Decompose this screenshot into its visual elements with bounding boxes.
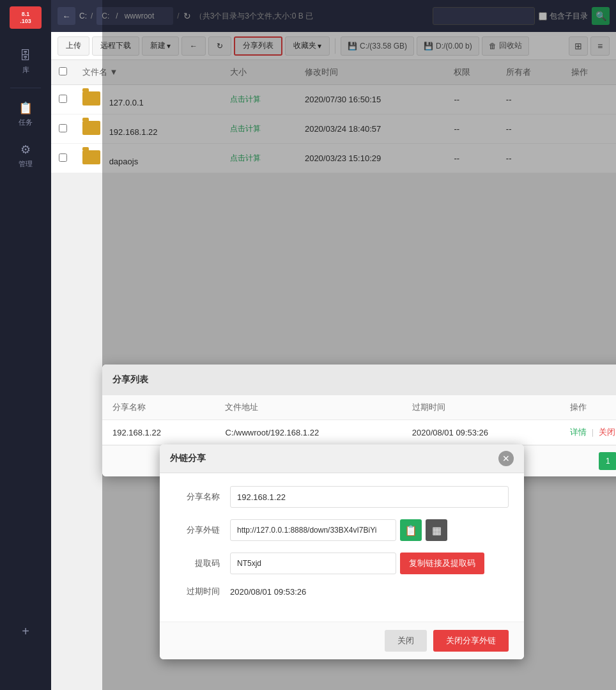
- share-col-actions: 操作: [560, 395, 616, 420]
- main-content: ← C: / / ↻ （共3个目录与3个文件,大小:0 B 已 包含子目录 🔍 …: [51, 0, 616, 690]
- share-url-input[interactable]: [230, 519, 396, 541]
- share-col-path: 文件地址: [215, 395, 401, 420]
- row-check: [51, 144, 75, 173]
- extract-code-row: 提取码 复制链接及提取码: [175, 553, 509, 574]
- path-prefix: C:: [79, 12, 87, 20]
- upload-button[interactable]: 上传: [58, 36, 89, 56]
- close-button[interactable]: 关闭: [385, 630, 427, 652]
- share-url-label: 分享外链: [175, 524, 220, 536]
- admin-icon: ⚙: [20, 143, 31, 157]
- back-button[interactable]: ←: [58, 7, 75, 25]
- share-col-expire: 过期时间: [402, 395, 560, 420]
- sidebar-add-button[interactable]: +: [22, 624, 29, 639]
- share-name-row: 分享名称: [175, 486, 509, 508]
- tasks-icon: 📋: [19, 101, 33, 115]
- version-badge: 8.1.103: [20, 11, 31, 25]
- row-check: [51, 85, 75, 114]
- sidebar: 8.1.103 🗄 库 📋 任务 ⚙ 管理 +: [0, 0, 51, 690]
- copy-link-extract-button[interactable]: 复制链接及提取码: [400, 553, 484, 574]
- row-checkbox[interactable]: [59, 95, 67, 103]
- modal-ext-share-close-button[interactable]: ✕: [498, 451, 514, 466]
- share-name-input[interactable]: [230, 486, 509, 508]
- sidebar-item-label-library: 库: [22, 65, 29, 75]
- share-actions: 详情 | 关闭: [560, 420, 616, 445]
- expire-time-value: 2020/08/01 09:53:26: [230, 587, 306, 597]
- library-icon: 🗄: [20, 49, 31, 63]
- extract-code-input[interactable]: [230, 553, 396, 574]
- share-name-label: 分享名称: [175, 491, 220, 503]
- path-separator: /: [91, 12, 93, 20]
- sidebar-item-library[interactable]: 🗄 库: [0, 42, 51, 82]
- sidebar-item-label-admin: 管理: [19, 159, 33, 169]
- select-all-checkbox[interactable]: [59, 67, 67, 75]
- action-separator: |: [592, 427, 594, 437]
- sidebar-item-admin[interactable]: ⚙ 管理: [0, 135, 51, 176]
- modal-ext-share: 外链分享 ✕ 分享名称 分享外链 📋 ▦ 提取码 复制链接及: [160, 444, 524, 659]
- copy-url-icon-button[interactable]: 📋: [400, 519, 422, 541]
- share-col-name: 分享名称: [102, 395, 215, 420]
- extract-code-label: 提取码: [175, 558, 220, 569]
- expire-time-row: 过期时间 2020/08/01 09:53:26: [175, 586, 509, 597]
- share-expire: 2020/08/01 09:53:26: [402, 420, 560, 445]
- share-close-link[interactable]: 关闭: [599, 427, 615, 437]
- close-share-link-button[interactable]: 关闭分享外链: [433, 630, 509, 652]
- row-check: [51, 114, 75, 144]
- col-check: [51, 60, 75, 85]
- sidebar-logo: 8.1.103: [10, 6, 42, 29]
- modal-ext-share-header: 外链分享 ✕: [160, 444, 524, 473]
- row-checkbox[interactable]: [59, 124, 67, 132]
- modal-share-list-title: 分享列表: [112, 374, 148, 386]
- modal-share-list-header: 分享列表 ✕: [102, 365, 616, 395]
- sidebar-item-label-tasks: 任务: [19, 118, 33, 127]
- page-number[interactable]: 1: [599, 452, 616, 470]
- sidebar-divider: [10, 88, 41, 88]
- share-table: 分享名称 文件地址 过期时间 操作 192.168.1.22 C:/wwwroo…: [102, 395, 616, 445]
- qr-code-button[interactable]: ▦: [426, 519, 447, 541]
- share-path: C:/wwwroot/192.168.1.22: [215, 420, 401, 445]
- expire-time-label: 过期时间: [175, 586, 220, 597]
- folder-icon: [82, 91, 100, 106]
- sidebar-item-tasks[interactable]: 📋 任务: [0, 93, 51, 135]
- share-url-row: 分享外链 📋 ▦: [175, 519, 509, 541]
- modal-ext-share-body: 分享名称 分享外链 📋 ▦ 提取码 复制链接及提取码 过期时间: [160, 473, 524, 622]
- modal-ext-share-title: 外链分享: [170, 453, 206, 464]
- folder-icon: [82, 121, 100, 135]
- modal-ext-share-footer: 关闭 关闭分享外链: [160, 622, 524, 659]
- share-detail-link[interactable]: 详情: [570, 427, 587, 437]
- folder-icon: [82, 150, 100, 164]
- share-table-row: 192.168.1.22 C:/wwwroot/192.168.1.22 202…: [102, 420, 616, 445]
- share-name: 192.168.1.22: [102, 420, 215, 445]
- url-action-buttons: 📋 ▦: [400, 519, 447, 541]
- row-checkbox[interactable]: [59, 153, 67, 162]
